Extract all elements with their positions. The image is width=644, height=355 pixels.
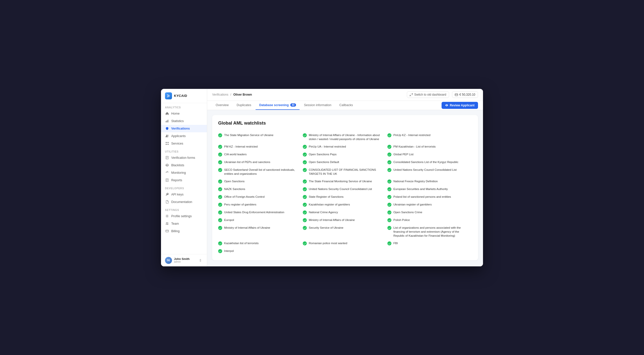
blacklists-icon: [165, 163, 169, 167]
watchlist-item: United Nations Security Council Consolid…: [303, 185, 388, 193]
sidebar-item-services[interactable]: Services: [161, 140, 207, 147]
check-icon: [388, 195, 392, 199]
check-icon: [388, 226, 392, 230]
svg-point-18: [166, 222, 167, 224]
check-icon: [218, 187, 222, 191]
watchlist-item: CONSOLIDATED LIST OF FINANCIAL SANCTIONS…: [303, 166, 388, 178]
check-icon: [388, 187, 392, 191]
watchlist-item-label: The State Financial Monitoring Service o…: [309, 179, 372, 183]
watchlist-item-label: State Register of Sanctions: [309, 195, 344, 199]
watchlist-card: Global AML watchlists The State Migratio…: [212, 115, 478, 261]
watchlist-item-label: National Freeze Registry Definition: [394, 179, 438, 183]
watchlist-item-label: PM KZ - Internal restricted: [224, 144, 258, 148]
settings-section-label: Settings: [161, 206, 207, 212]
billing-icon-header: [455, 93, 458, 96]
watchlist-item-label: National Crime Agency: [309, 210, 338, 214]
watchlist-item: National Freeze Registry Definition: [388, 178, 472, 185]
sidebar-item-applicants[interactable]: Applicants: [161, 132, 207, 140]
watchlist-item: CIA world leaders: [218, 150, 303, 158]
verifications-icon: [165, 126, 169, 130]
sidebar-item-verifications[interactable]: Verifications: [161, 125, 207, 132]
watchlist-item-label: Open Sanctions: [224, 179, 244, 183]
review-applicant-button[interactable]: Review Applicant: [442, 102, 478, 109]
watchlist-item-label: Ministry of Internal Affairs of Ukraine: [224, 226, 270, 230]
user-details: John Smith admin: [174, 258, 190, 263]
watchlist-item-label: United Nations Security Council Consolid…: [309, 187, 372, 191]
check-icon: [388, 152, 392, 156]
check-icon: [218, 180, 222, 184]
switch-dashboard-label: Switch to old dashboard: [414, 93, 446, 96]
sidebar-item-api-keys[interactable]: API keys: [161, 191, 207, 198]
check-icon: [218, 195, 222, 199]
watchlist-item: Peru register of gamblers: [218, 201, 303, 208]
sidebar-collapse-button[interactable]: ⇕: [198, 258, 203, 263]
watchlist-item: Europol: [218, 216, 303, 224]
sidebar-item-billing-label: Billing: [171, 230, 180, 233]
watchlist-item-label: United States Drug Enforcement Administr…: [224, 210, 284, 214]
watchlist-item: SECO Switzerland Overall list of sanctio…: [218, 166, 303, 178]
watchlist-grid: The State Migration Service of UkraineMi…: [218, 131, 472, 255]
logo-icon: [165, 92, 172, 99]
sidebar-item-statistics[interactable]: Statistics: [161, 117, 207, 125]
watchlist-item-label: CIA world leaders: [224, 152, 246, 156]
balance-badge: € 50,320.10: [452, 91, 478, 98]
sidebar-item-applicants-label: Applicants: [171, 134, 186, 138]
watchlist-item: Kazakhstan register of gamblers: [303, 201, 388, 208]
watchlist-item: United States Drug Enforcement Administr…: [218, 208, 303, 216]
watchlist-item-label: Ministry of Internal Affairs of Ukraine: [309, 218, 355, 222]
tab-callbacks[interactable]: Callbacks: [336, 101, 356, 110]
svg-point-4: [167, 135, 168, 136]
watchlist-item: Ministry of Internal Affairs of Ukraine: [303, 216, 388, 224]
sidebar-item-reports[interactable]: Reports: [161, 176, 207, 184]
check-icon: [303, 160, 307, 164]
tab-overview[interactable]: Overview: [212, 101, 232, 110]
tab-database-screening[interactable]: Database screening 40: [256, 101, 299, 110]
watchlist-item: Interpol: [218, 247, 303, 255]
watchlist-item: European Securities and Markets Authorit…: [388, 185, 472, 193]
breadcrumb-verifications[interactable]: Verifications: [212, 93, 228, 96]
sidebar-item-documentation[interactable]: Documentation: [161, 198, 207, 206]
svg-rect-1: [166, 120, 167, 122]
logo-text: KYCAID: [174, 94, 187, 98]
check-icon: [303, 203, 307, 207]
tab-duplicates[interactable]: Duplicates: [233, 101, 254, 110]
user-role: admin: [174, 260, 190, 263]
sidebar-item-profile-settings[interactable]: Profile settings: [161, 212, 207, 220]
breadcrumb-separator: /: [230, 93, 231, 96]
sidebar-item-documentation-label: Documentation: [171, 200, 192, 204]
switch-dashboard-button[interactable]: Switch to old dashboard: [407, 91, 449, 98]
app-window: KYCAID Analytics Home Statistics Verific…: [161, 89, 483, 266]
services-icon: [165, 142, 169, 146]
profile-settings-icon: [165, 214, 169, 218]
verification-forms-icon: [165, 156, 169, 160]
sidebar-item-home[interactable]: Home: [161, 110, 207, 117]
sidebar-item-blacklists[interactable]: Blacklists: [161, 162, 207, 169]
watchlist-item-label: Open Sanctions Default: [309, 160, 339, 164]
check-icon: [388, 203, 392, 207]
svg-rect-7: [166, 144, 166, 145]
svg-rect-22: [455, 94, 458, 96]
watchlist-item: PM Kazakhstan - List of terrorists: [388, 143, 472, 150]
watchlist-item: Romanian police most wanted: [303, 240, 388, 247]
sidebar-item-team[interactable]: Team: [161, 220, 207, 228]
watchlist-item-label: United Nations Security Council Consolid…: [394, 168, 456, 172]
check-icon: [303, 242, 307, 246]
watchlist-item: Kazakhstan list of terrorists: [218, 240, 303, 247]
sidebar-item-billing[interactable]: Billing: [161, 228, 207, 235]
svg-rect-6: [168, 142, 168, 143]
sidebar-item-verification-forms[interactable]: Verification forms: [161, 154, 207, 162]
sidebar-item-monitoring[interactable]: Monitoring: [161, 169, 207, 176]
check-icon: [218, 168, 222, 172]
svg-rect-5: [166, 142, 166, 143]
check-icon: [303, 226, 307, 230]
check-icon: [218, 203, 222, 207]
tab-overview-label: Overview: [216, 103, 229, 107]
sidebar-item-home-label: Home: [171, 112, 180, 115]
watchlist-item: Ministry of Internal Affairs of Ukraine: [218, 224, 303, 240]
logo-area: KYCAID: [161, 89, 207, 103]
check-icon: [303, 133, 307, 137]
check-icon: [388, 210, 392, 214]
watchlist-item-label: Kazakhstan register of gamblers: [309, 202, 350, 206]
check-icon: [218, 226, 222, 230]
tab-session-information[interactable]: Session information: [300, 101, 335, 110]
